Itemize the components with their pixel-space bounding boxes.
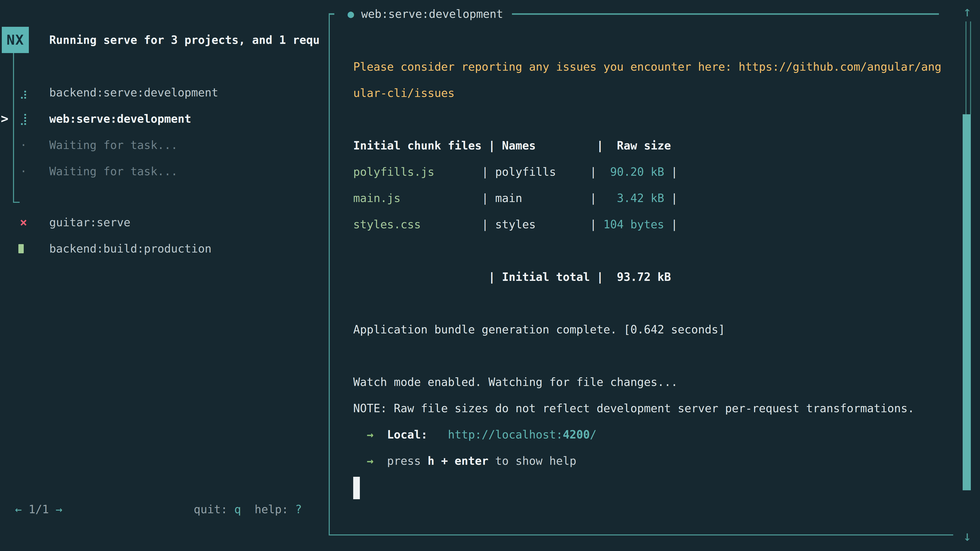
spinner-icon: ⣸ <box>17 106 30 132</box>
panel-border-stub <box>329 13 334 15</box>
terminal-line <box>353 290 938 316</box>
text-segment: Local: <box>387 428 428 441</box>
text-segment <box>353 428 367 441</box>
text-segment: | polyfills | <box>434 165 603 178</box>
arrow-icon: → <box>367 454 374 467</box>
task-output-panel: ● web:serve:development Please consider … <box>329 14 953 535</box>
dot-icon: · <box>17 158 30 184</box>
task-row-backend-serve-development[interactable]: ⣰backend:serve:development <box>0 79 329 106</box>
terminal-line: Please consider reporting any issues you… <box>353 54 938 80</box>
sidebar: NX Running serve for 3 projects, and 1 r… <box>0 0 329 551</box>
terminal-line: polyfills.js | polyfills | 90.20 kB | <box>353 159 938 185</box>
help-hint-key: ? <box>295 503 302 516</box>
text-segment: ular-cli/issues <box>353 86 455 100</box>
task-row-guitar-serve[interactable]: ×guitar:serve <box>0 209 329 235</box>
task-label: Waiting for task... <box>49 158 178 184</box>
pager-prev-icon[interactable]: ← <box>15 503 22 516</box>
text-segment: | main | <box>401 192 603 205</box>
terminal-output: Please consider reporting any issues you… <box>353 54 938 500</box>
terminal-cursor <box>353 477 360 499</box>
running-bullet-icon: ● <box>348 8 354 20</box>
panel-header-rule <box>512 13 939 15</box>
scrollbar-track[interactable] <box>966 21 971 114</box>
task-label: backend:serve:development <box>49 79 218 106</box>
text-segment: styles.css <box>353 218 421 231</box>
spinner-icon: ⣰ <box>17 79 30 106</box>
text-segment: h + enter <box>428 454 488 467</box>
terminal-line: | Initial total | 93.72 kB <box>353 264 938 290</box>
text-segment <box>373 428 387 441</box>
terminal-line: styles.css | styles | 104 bytes | <box>353 211 938 238</box>
text-segment: NOTE: Raw file sizes do not reflect deve… <box>353 402 915 415</box>
text-segment: to show help <box>488 454 576 467</box>
terminal-line <box>353 343 938 369</box>
text-segment <box>353 454 367 467</box>
scrollbar-thumb[interactable] <box>963 114 971 490</box>
text-segment: Watch mode enabled. Watching for file ch… <box>353 375 678 389</box>
task-label: Waiting for task... <box>49 132 178 158</box>
text-segment: polyfills.js <box>353 165 434 178</box>
task-row-web-serve-development[interactable]: >⣸web:serve:development <box>0 106 329 132</box>
text-segment: 3.42 kB <box>603 192 664 205</box>
text-segment: Application bundle generation complete. … <box>353 323 725 336</box>
text-segment: 104 bytes <box>603 218 664 231</box>
text-segment: | <box>664 192 678 205</box>
pager-next-icon[interactable]: → <box>56 503 62 516</box>
pager-position: 1/1 <box>22 503 56 516</box>
text-segment <box>428 428 448 441</box>
text-segment: press <box>373 454 428 467</box>
success-square-icon <box>18 244 24 253</box>
terminal-line: ular-cli/issues <box>353 80 938 106</box>
text-segment: Please consider reporting any issues you… <box>353 60 942 73</box>
task-label: web:serve:development <box>49 106 191 132</box>
text-segment: main.js <box>353 192 401 205</box>
terminal-line: Initial chunk files | Names | Raw size <box>353 132 938 159</box>
terminal-line: Application bundle generation complete. … <box>353 316 938 343</box>
nx-logo: NX <box>2 27 29 53</box>
task-row-waiting-for-task-[interactable]: ·Waiting for task... <box>0 158 329 184</box>
task-row-backend-build-production[interactable]: backend:build:production <box>0 235 329 262</box>
terminal-line: → Local: http://localhost:4200/ <box>353 421 938 448</box>
terminal-line <box>353 238 938 264</box>
local-url-slash[interactable]: / <box>590 428 597 441</box>
cross-icon: × <box>17 209 30 235</box>
scroll-up-icon[interactable]: ↑ <box>959 2 975 22</box>
panel-header: ● web:serve:development <box>330 1 953 27</box>
terminal-line: → press h + enter to show help <box>353 448 938 474</box>
dot-icon: · <box>17 132 30 158</box>
terminal-line <box>353 474 938 500</box>
quit-hint-label: quit: <box>194 503 234 516</box>
keyboard-hints: quit: q help: ? <box>194 496 302 522</box>
text-segment: | <box>664 165 678 178</box>
app-header-title: Running serve for 3 projects, and 1 requ <box>49 27 329 53</box>
terminal-line <box>353 106 938 132</box>
terminal-line: main.js | main | 3.42 kB | <box>353 185 938 211</box>
task-label: guitar:serve <box>49 209 130 235</box>
local-url-port[interactable]: 4200 <box>563 428 590 441</box>
arrow-icon: → <box>367 428 374 441</box>
panel-title: web:serve:development <box>361 7 503 21</box>
selected-chevron-icon: > <box>1 106 8 132</box>
text-segment: | Initial total | 93.72 kB <box>353 270 671 283</box>
help-hint-label: help: <box>241 503 295 516</box>
text-segment: | styles | <box>421 218 603 231</box>
terminal-line: Watch mode enabled. Watching for file ch… <box>353 369 938 395</box>
task-label: backend:build:production <box>49 235 212 262</box>
task-row-waiting-for-task-[interactable]: ·Waiting for task... <box>0 132 329 158</box>
nx-tui-terminal: NX Running serve for 3 projects, and 1 r… <box>0 0 980 551</box>
local-url-link[interactable]: http://localhost: <box>448 428 563 441</box>
quit-hint-key: q <box>234 503 241 516</box>
scroll-down-icon[interactable]: ↓ <box>959 526 975 546</box>
pager: ← 1/1 → <box>15 496 62 522</box>
text-segment: 90.20 kB <box>603 165 664 178</box>
terminal-line: NOTE: Raw file sizes do not reflect deve… <box>353 395 938 421</box>
text-segment: | <box>664 218 678 231</box>
text-segment: Initial chunk files | Names | Raw size <box>353 139 671 152</box>
